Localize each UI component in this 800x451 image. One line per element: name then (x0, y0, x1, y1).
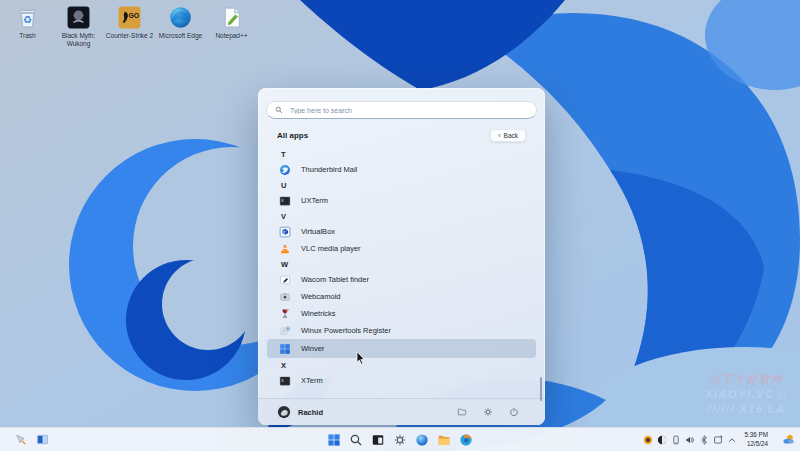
app-item-winux-powertools-register[interactable]: Winux Powertools Register (267, 322, 536, 339)
app-item-label: Thunderbird Mail (301, 165, 357, 174)
svg-text:GO: GO (129, 12, 140, 19)
all-apps-list: TThunderbird MailUXUXTermVVirtualBoxVLC … (265, 147, 538, 398)
clock-time: 5:36 PM (745, 431, 768, 439)
system-tray: 5:36 PM 12/5/24 (643, 428, 795, 451)
vlc-icon (279, 243, 291, 255)
desktop-icon-notepad[interactable]: Notepad++ (206, 5, 257, 48)
svg-text:♻: ♻ (23, 14, 32, 25)
all-apps-title: All apps (277, 131, 308, 140)
terminal-button[interactable] (370, 432, 386, 448)
app-item-webcamoid[interactable]: Webcamoid (267, 288, 536, 305)
pen-cursor-icon[interactable] (14, 433, 27, 446)
desktop-icon-microsoft-edge[interactable]: Microsoft Edge (155, 5, 206, 48)
search-input[interactable] (288, 106, 528, 115)
user-profile-button[interactable]: Rachid (277, 405, 323, 419)
section-letter-w[interactable]: W (267, 257, 536, 271)
app-item-label: Winver (301, 344, 324, 353)
recycle-bin-icon: ♻ (15, 5, 40, 30)
app-item-label: Wacom Tablet finder (301, 275, 369, 284)
app-item-label: VirtualBox (301, 227, 335, 236)
start-footer-icons (457, 407, 519, 417)
bluetooth-icon[interactable] (699, 435, 709, 445)
taskbar-clock[interactable]: 5:36 PM 12/5/24 (745, 431, 768, 447)
phone-link-icon[interactable] (671, 435, 681, 445)
desktop-icon-label: Counter-Strike 2 (106, 32, 153, 40)
desktop-icon-trash[interactable]: ♻Trash (2, 5, 53, 48)
app-item-label: VLC media player (301, 244, 361, 253)
app-item-winetricks[interactable]: Winetricks (267, 305, 536, 322)
search-icon (349, 433, 363, 447)
windows-11-desktop: ♻TrashBlack Myth: WukongGOCounter-Strike… (0, 0, 800, 451)
edge-sphere-icon (415, 433, 429, 447)
edge-button[interactable] (414, 432, 430, 448)
app-item-xterm[interactable]: XXTerm (267, 372, 536, 389)
folder-button[interactable] (457, 407, 467, 417)
webcamoid-icon (279, 291, 291, 303)
app-item-vlc-media-player[interactable]: VLC media player (267, 240, 536, 257)
uxterm-icon: X (279, 195, 291, 207)
notepad-plus-plus-icon (219, 5, 244, 30)
taskbar-center (326, 428, 474, 451)
app-item-winver[interactable]: Winver (267, 339, 536, 358)
settings-gear-button[interactable] (483, 407, 493, 417)
back-button[interactable]: ‹ Back (490, 129, 526, 142)
volume-icon[interactable] (685, 435, 695, 445)
desktop-icon-label: Microsoft Edge (159, 32, 202, 40)
search-button[interactable] (348, 432, 364, 448)
app-item-thunderbird-mail[interactable]: Thunderbird Mail (267, 161, 536, 178)
section-letter-x[interactable]: X (267, 358, 536, 372)
start-button[interactable] (326, 432, 342, 448)
clock-date: 12/5/24 (745, 440, 768, 448)
chevron-up-icon[interactable] (727, 435, 737, 445)
app-item-label: UXTerm (301, 196, 328, 205)
scrollbar-thumb[interactable] (540, 377, 542, 401)
desktop-icon-black-myth-wukong[interactable]: Black Myth: Wukong (53, 5, 104, 48)
section-letter-u[interactable]: U (267, 178, 536, 192)
black-myth-wukong-icon (66, 5, 91, 30)
search-icon (275, 106, 283, 114)
virtual-desktop-icon[interactable] (36, 433, 49, 446)
app-item-label: Webcamoid (301, 292, 340, 301)
start-menu: All apps ‹ Back TThunderbird MailUXUXTer… (258, 88, 545, 425)
chevron-left-icon: ‹ (498, 132, 500, 139)
user-avatar (277, 405, 291, 419)
section-letter-t[interactable]: T (267, 147, 536, 161)
app-item-label: XTerm (301, 376, 323, 385)
tray-orange-app-icon[interactable] (643, 435, 653, 445)
power-button[interactable] (509, 407, 519, 417)
thunderbird-icon (279, 164, 291, 176)
app-item-label: Winetricks (301, 309, 336, 318)
section-letter-v[interactable]: V (267, 209, 536, 223)
app-item-label: Winux Powertools Register (301, 326, 391, 335)
terminal-icon (371, 433, 385, 447)
windows-logo-icon (279, 343, 291, 355)
counter-strike-2-icon: GO (117, 5, 142, 30)
tray-dark-app-icon[interactable] (657, 435, 667, 445)
wacom-tablet-icon (279, 274, 291, 286)
desktop-icon-label: Trash (19, 32, 35, 40)
settings-gear-icon (393, 433, 407, 447)
file-explorer-icon (437, 433, 451, 447)
virtualbox-icon (279, 226, 291, 238)
desktop-icons: ♻TrashBlack Myth: WukongGOCounter-Strike… (2, 5, 257, 48)
app-item-uxterm[interactable]: XUXTerm (267, 192, 536, 209)
winetricks-icon (279, 308, 291, 320)
app-item-wacom-tablet-finder[interactable]: Wacom Tablet finder (267, 271, 536, 288)
windows-logo-icon (327, 433, 341, 447)
settings-button[interactable] (392, 432, 408, 448)
app-item-virtualbox[interactable]: VirtualBox (267, 223, 536, 240)
firefox-icon (459, 433, 473, 447)
winux-powertools-icon (279, 325, 291, 337)
start-menu-footer: Rachid (258, 398, 545, 425)
user-name: Rachid (298, 408, 323, 417)
taskbar-left (14, 428, 49, 451)
browser-button[interactable] (458, 432, 474, 448)
desktop-icon-label: Notepad++ (215, 32, 247, 40)
start-search-box[interactable] (266, 101, 537, 119)
desktop-icon-counter-strike-2[interactable]: GOCounter-Strike 2 (104, 5, 155, 48)
desktop-icon-label: Black Myth: Wukong (55, 32, 103, 48)
microsoft-edge-icon (168, 5, 193, 30)
tray-square-icon[interactable] (713, 435, 723, 445)
weather-icon[interactable] (782, 433, 795, 446)
file-explorer-button[interactable] (436, 432, 452, 448)
